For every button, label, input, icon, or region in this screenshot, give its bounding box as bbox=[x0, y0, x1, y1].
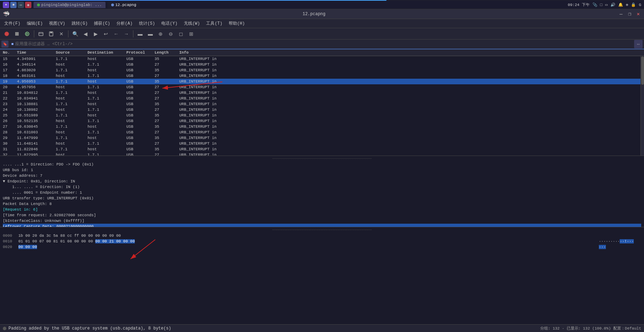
cell-len: 35 bbox=[153, 68, 178, 73]
packet-row[interactable]: 19 4.956953 1.7.1 host USB 35 URB_INTERR… bbox=[0, 79, 644, 84]
cell-src: host bbox=[54, 141, 86, 146]
packet-row[interactable]: 15 4.345991 1.7.1 host USB 35 URB_INTERR… bbox=[0, 56, 644, 62]
toolbar-next-packet[interactable]: ▶ bbox=[91, 29, 100, 38]
app-icon-3[interactable]: ▭ bbox=[18, 2, 24, 8]
cell-no: 23 bbox=[1, 102, 16, 107]
cell-src: 1.7.1 bbox=[54, 102, 86, 107]
hex-offset: 0010 bbox=[3, 239, 16, 244]
packet-row[interactable]: 17 4.863020 1.7.1 host USB 35 URB_INTERR… bbox=[0, 67, 644, 73]
cell-info: URB_INTERRUPT in bbox=[178, 147, 643, 152]
packet-details[interactable]: .... ...1 = Direction: PDO -> FDO (0x1)U… bbox=[0, 160, 644, 227]
packet-list[interactable]: No. Time Source Destination Protocol Len… bbox=[0, 49, 644, 156]
detail-line: .... ...1 = Direction: PDO -> FDO (0x1) bbox=[3, 162, 641, 167]
toolbar-save[interactable] bbox=[47, 29, 56, 38]
hex-row: 0020 00 00 00 ··· bbox=[3, 244, 641, 250]
app-icon-4[interactable]: ◉ bbox=[25, 2, 31, 8]
cell-time: 4.956953 bbox=[16, 79, 54, 84]
maximize-button[interactable]: ❐ bbox=[627, 11, 632, 17]
svg-point-0 bbox=[5, 32, 9, 36]
cell-src: 1.7.1 bbox=[54, 90, 86, 95]
packet-row[interactable]: 28 10.631003 host 1.7.1 USB 27 URB_INTER… bbox=[0, 129, 644, 135]
packet-row[interactable]: 30 11.648141 host 1.7.1 USB 27 URB_INTER… bbox=[0, 141, 644, 146]
packet-row[interactable]: 22 10.034941 host 1.7.1 USB 27 URB_INTER… bbox=[0, 96, 644, 101]
packet-row[interactable]: 18 4.863161 host 1.7.1 USB 27 URB_INTERR… bbox=[0, 73, 644, 79]
cell-src: host bbox=[54, 73, 86, 78]
app-icon-1[interactable]: ● bbox=[3, 2, 9, 8]
menu-phone[interactable]: 电话(Y) bbox=[158, 19, 180, 28]
menu-analyze[interactable]: 分析(A) bbox=[114, 19, 136, 28]
hex-view[interactable]: 0000 1b 00 20 da 3c 5a 88 cc ff 00 00 00… bbox=[0, 231, 644, 324]
packet-row[interactable]: 20 4.957056 host 1.7.1 USB 27 URB_INTERR… bbox=[0, 84, 644, 90]
toolbar-find-packet[interactable]: 🔍 bbox=[71, 29, 80, 38]
cell-no: 30 bbox=[1, 141, 16, 146]
toolbar-prev-packet[interactable]: ◀ bbox=[81, 29, 90, 38]
toolbar-colorize[interactable]: ▬ bbox=[136, 29, 145, 38]
packet-row[interactable]: 24 10.138982 host 1.7.1 USB 27 URB_INTER… bbox=[0, 107, 644, 113]
menu-view[interactable]: 视图(V) bbox=[46, 19, 68, 28]
tab-dot-terminal bbox=[37, 4, 40, 6]
toolbar-zoom-in[interactable]: ⊕ bbox=[156, 29, 165, 38]
filter-input[interactable] bbox=[15, 42, 633, 47]
status-right: 分组: 132 · 已显示: 132 (100.0%) 配置：Default bbox=[540, 326, 641, 331]
cell-src: host bbox=[54, 96, 86, 101]
cell-dst: 1.7.1 bbox=[86, 96, 125, 101]
toolbar-restart-capture[interactable] bbox=[23, 29, 32, 38]
packet-row[interactable]: 29 11.647999 1.7.1 host USB 35 URB_INTER… bbox=[0, 135, 644, 141]
toolbar-start-capture[interactable] bbox=[2, 29, 11, 38]
cell-info: URB_INTERRUPT in bbox=[178, 130, 643, 135]
packet-row[interactable]: 23 10.138881 1.7.1 host USB 35 URB_INTER… bbox=[0, 101, 644, 107]
cell-dst: host bbox=[86, 68, 125, 73]
menu-wireless[interactable]: 无线(W) bbox=[181, 19, 203, 28]
packet-row[interactable]: 16 4.346114 host 1.7.1 USB 27 URB_INTERR… bbox=[0, 62, 644, 67]
menu-capture[interactable]: 捕获(C) bbox=[91, 19, 113, 28]
packet-row[interactable]: 25 10.551989 1.7.1 host USB 35 URB_INTER… bbox=[0, 113, 644, 118]
filter-bar: 🔖 ■ ↔ bbox=[0, 40, 644, 49]
minimize-button[interactable]: — bbox=[618, 11, 624, 17]
toolbar-normal-size[interactable]: ◻ bbox=[176, 29, 186, 38]
tab-pcapng[interactable]: 12.pcapng bbox=[108, 2, 140, 8]
packet-row[interactable]: 32 11.822995 host 1.7.1 USB 27 URB_INTER… bbox=[0, 152, 644, 156]
toolbar-resize-columns[interactable]: ⊞ bbox=[187, 29, 196, 38]
cell-no: 15 bbox=[1, 56, 16, 61]
cell-len: 35 bbox=[153, 102, 178, 107]
close-button[interactable]: ✕ bbox=[636, 11, 641, 17]
cell-info: URB_INTERRUPT in bbox=[178, 85, 643, 90]
menu-tools[interactable]: 工具(T) bbox=[203, 19, 225, 28]
cell-no: 28 bbox=[1, 130, 16, 135]
cell-src: 1.7.1 bbox=[54, 68, 86, 73]
menu-file[interactable]: 文件(F) bbox=[1, 19, 23, 28]
packet-row[interactable]: 31 11.822846 1.7.1 host USB 35 URB_INTER… bbox=[0, 146, 644, 152]
main-content: No. Time Source Destination Protocol Len… bbox=[0, 49, 644, 324]
cell-dst: 1.7.1 bbox=[86, 107, 125, 112]
toolbar-close[interactable]: ✕ bbox=[57, 29, 66, 38]
toolbar-stop-capture[interactable] bbox=[12, 29, 22, 38]
tray-icon-lock: 🔒 bbox=[631, 2, 636, 7]
menu-goto[interactable]: 跳转(G) bbox=[69, 19, 91, 28]
packet-row[interactable]: 27 10.630845 1.7.1 host USB 35 URB_INTER… bbox=[0, 124, 644, 129]
toolbar-go-prev-mark[interactable]: ← bbox=[112, 29, 121, 38]
packet-row[interactable]: 26 10.552135 host 1.7.1 USB 27 URB_INTER… bbox=[0, 118, 644, 124]
toolbar-go-next-mark[interactable]: → bbox=[122, 29, 131, 38]
filter-expand-button[interactable]: ↔ bbox=[634, 40, 643, 48]
filter-bookmark-icon[interactable]: 🔖 bbox=[1, 41, 8, 48]
cell-info: URB_INTERRUPT in bbox=[178, 107, 643, 112]
cell-src: host bbox=[54, 119, 86, 123]
toolbar-auto-scroll[interactable]: ▬ bbox=[146, 29, 155, 38]
tab-terminal[interactable]: pinginglab@pinginglab: ... bbox=[34, 2, 106, 8]
menu-help[interactable]: 帮助(H) bbox=[226, 19, 248, 28]
packet-rows-container: 15 4.345991 1.7.1 host USB 35 URB_INTERR… bbox=[0, 56, 644, 156]
toolbar-open[interactable] bbox=[36, 29, 46, 38]
menu-stats[interactable]: 统计(S) bbox=[136, 19, 158, 28]
cell-time: 10.552135 bbox=[16, 119, 54, 123]
title-bar-controls: — ❐ ✕ bbox=[618, 11, 641, 17]
toolbar-go-first[interactable]: ↩ bbox=[101, 29, 110, 38]
menu-edit[interactable]: 编辑(E) bbox=[24, 19, 46, 28]
title-bar: 🦈 12.pcapng — ❐ ✕ bbox=[0, 9, 644, 19]
cell-no: 20 bbox=[1, 85, 16, 90]
tray-icon-plus: ⊕ bbox=[626, 2, 628, 7]
app-icon-2[interactable]: ■ bbox=[10, 2, 17, 8]
toolbar-zoom-out[interactable]: ⊖ bbox=[166, 29, 175, 38]
packet-row[interactable]: 21 10.034812 1.7.1 host USB 27 URB_INTER… bbox=[0, 90, 644, 96]
cell-proto: USB bbox=[125, 68, 153, 73]
packet-list-scrollbar[interactable] bbox=[640, 56, 644, 156]
